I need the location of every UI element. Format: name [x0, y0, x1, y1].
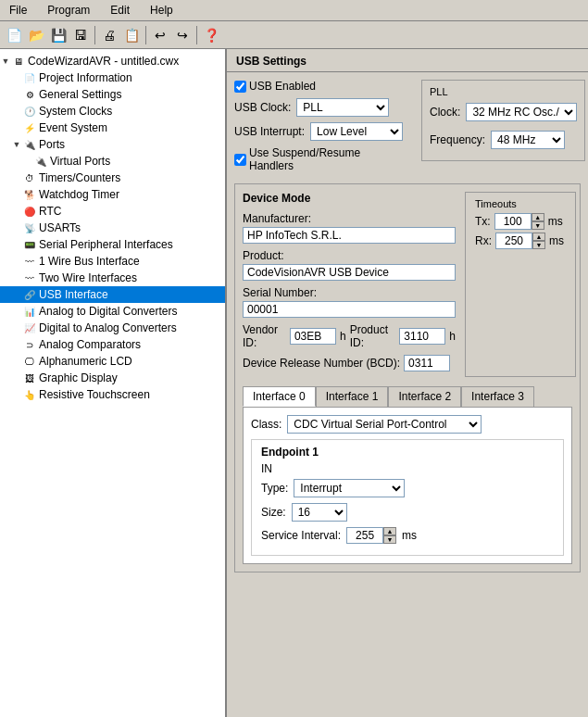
rx-unit: ms	[549, 234, 564, 247]
release-row: Device Release Number (BCD):	[243, 355, 456, 371]
tree-item-usb[interactable]: 🔗 USB Interface	[0, 286, 225, 303]
rx-row: Rx: ▲ ▼ ms	[475, 233, 566, 249]
tx-unit: ms	[548, 215, 563, 228]
interval-input[interactable]	[346, 527, 383, 544]
tx-down[interactable]: ▼	[532, 221, 544, 230]
spi-icon: 📟	[22, 237, 37, 252]
right-panel: USB Settings USB Enabled USB Clock: PLL …	[227, 49, 588, 717]
interval-spinner: ▲ ▼	[383, 527, 396, 544]
interval-up[interactable]: ▲	[383, 527, 396, 535]
use-suspend-checkbox[interactable]	[234, 154, 246, 166]
save-button[interactable]: 💾	[48, 25, 69, 45]
ports-label: Ports	[39, 138, 65, 151]
tree-item-wire1[interactable]: 〰 1 Wire Bus Interface	[0, 253, 225, 270]
rx-spinner: ▲ ▼	[532, 233, 545, 249]
tree-item-general[interactable]: ⚙ General Settings	[0, 86, 225, 103]
product-input[interactable]	[243, 264, 456, 281]
tx-up[interactable]: ▲	[532, 213, 544, 221]
tree-item-adc[interactable]: 📊 Analog to Digital Converters	[0, 303, 225, 320]
tx-input[interactable]	[494, 213, 532, 230]
size-select[interactable]: 8 16 32 64	[292, 503, 347, 522]
rtc-icon: 🔴	[22, 204, 37, 219]
print-button[interactable]: 🖨	[99, 25, 119, 45]
touch-label: Resistive Touchscreen	[39, 388, 150, 401]
wire2-label: Two Wire Interfaces	[39, 271, 137, 284]
events-icon: ⚡	[22, 120, 37, 135]
usb-enabled-checkbox[interactable]	[234, 81, 246, 93]
project-label: Project Information	[39, 71, 132, 84]
tree-item-wire2[interactable]: 〰 Two Wire Interfaces	[0, 270, 225, 286]
tree-item-events[interactable]: ⚡ Event System	[0, 120, 225, 136]
usb-interrupt-select[interactable]: Low Level Medium Level High Level	[310, 122, 403, 141]
tree-item-project[interactable]: 📄 Project Information	[0, 69, 225, 86]
tree-item-lcd[interactable]: 🖵 Alphanumeric LCD	[0, 353, 225, 370]
left-panel: ▼ 🖥 CodeWizardAVR - untitled.cwx 📄 Proje…	[0, 49, 227, 717]
redo-button[interactable]: ↪	[172, 25, 193, 45]
pll-clock-select[interactable]: 32 MHz RC Osc./4 32 MHz RC Osc./8	[466, 103, 577, 121]
vendor-id-label: Vendor ID:	[243, 323, 286, 349]
manufacturer-input[interactable]	[243, 227, 456, 244]
release-label: Device Release Number (BCD):	[243, 357, 400, 370]
tab-interface-3[interactable]: Interface 3	[461, 386, 534, 407]
tree-item-usarts[interactable]: 📡 USARTs	[0, 220, 225, 236]
usb-clock-select[interactable]: PLL RC 32 MHz	[296, 98, 389, 117]
tree-item-dac[interactable]: 📈 Digital to Analog Converters	[0, 320, 225, 336]
serial-input[interactable]	[243, 301, 456, 318]
root-icon: 🖥	[11, 54, 26, 69]
type-select[interactable]: Interrupt Bulk Isochronous	[294, 479, 405, 497]
tab-interface-0[interactable]: Interface 0	[243, 386, 316, 407]
sep3	[196, 26, 197, 44]
class-select[interactable]: CDC Virtual Serial Port-Control CDC Virt…	[287, 415, 482, 434]
comp-label: Analog Comparators	[39, 338, 141, 351]
copy-button[interactable]: 📋	[121, 25, 142, 45]
device-mode-box: Device Mode Manufacturer: Product: Seria	[234, 183, 581, 572]
menu-file[interactable]: File	[4, 2, 32, 19]
use-suspend-label: Use Suspend/Resume Handlers	[249, 146, 403, 172]
timeouts-group: Timeouts Tx: ▲ ▼ ms	[465, 192, 576, 377]
timers-icon: ⏱	[22, 170, 37, 185]
interval-label: Service Interval:	[261, 529, 341, 542]
tree-item-watchdog[interactable]: 🐕 Watchdog Timer	[0, 186, 225, 203]
size-label: Size:	[261, 506, 286, 519]
general-label: General Settings	[39, 88, 121, 101]
rx-up[interactable]: ▲	[532, 233, 545, 241]
tree-item-rtc[interactable]: 🔴 RTC	[0, 203, 225, 220]
serial-row	[243, 301, 456, 318]
rx-down[interactable]: ▼	[532, 241, 545, 249]
endpoint-title: Endpoint 1	[261, 446, 554, 459]
pll-freq-select[interactable]: 48 MHz 96 MHz	[491, 131, 565, 149]
tree-item-touch[interactable]: 👆 Resistive Touchscreen	[0, 386, 225, 403]
tree-item-ports[interactable]: ▼ 🔌 Ports	[0, 136, 225, 153]
watchdog-label: Watchdog Timer	[39, 188, 119, 201]
usb-clock-row: USB Clock: PLL RC 32 MHz	[234, 98, 403, 117]
ports-icon: 🔌	[22, 137, 37, 152]
release-input[interactable]	[404, 355, 450, 371]
product-id-input[interactable]	[399, 328, 445, 345]
open-button[interactable]: 📂	[26, 25, 46, 45]
tab-interface-1[interactable]: Interface 1	[316, 386, 389, 407]
tree-item-timers[interactable]: ⏱ Timers/Counters	[0, 170, 225, 186]
menu-edit[interactable]: Edit	[105, 2, 135, 19]
tree-item-vports[interactable]: 🔌 Virtual Ports	[0, 153, 225, 170]
tree-item-graphic[interactable]: 🖼 Graphic Display	[0, 370, 225, 386]
save-as-button[interactable]: 🖫	[70, 25, 91, 45]
rx-input[interactable]	[495, 233, 532, 249]
menubar: File Program Edit Help	[0, 0, 588, 21]
menu-help[interactable]: Help	[144, 2, 179, 19]
tab-interface-2[interactable]: Interface 2	[388, 386, 461, 407]
new-button[interactable]: 📄	[4, 25, 24, 45]
menu-program[interactable]: Program	[42, 2, 95, 19]
tree-item-spi[interactable]: 📟 Serial Peripheral Interfaces	[0, 236, 225, 253]
interval-down[interactable]: ▼	[383, 535, 396, 544]
vendor-h: h	[340, 330, 346, 343]
tree-item-clocks[interactable]: 🕐 System Clocks	[0, 103, 225, 120]
tree-item-comp[interactable]: ⊃ Analog Comparators	[0, 336, 225, 353]
tree-root[interactable]: ▼ 🖥 CodeWizardAVR - untitled.cwx	[0, 53, 225, 69]
lcd-label: Alphanumeric LCD	[39, 355, 132, 368]
vendor-id-input[interactable]	[290, 328, 336, 345]
pll-title: PLL	[430, 86, 577, 97]
dac-label: Digital to Analog Converters	[39, 321, 177, 334]
undo-button[interactable]: ↩	[150, 25, 170, 45]
interval-unit: ms	[402, 529, 417, 542]
help-button[interactable]: ❓	[201, 25, 221, 45]
